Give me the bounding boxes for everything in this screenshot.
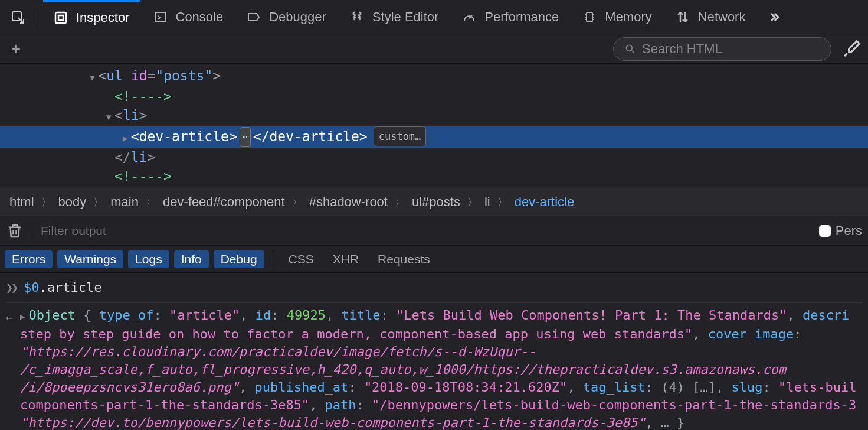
tab-label: Memory <box>605 9 651 25</box>
dom-tree[interactable]: ▼<ul id="posts"> <!----> ▼<li> ▶<dev-art… <box>0 64 868 188</box>
console-filter-chips: Errors Warnings Logs Info Debug CSS XHR … <box>0 246 868 273</box>
overflow-icon[interactable] <box>761 4 787 30</box>
persist-label: Pers <box>836 223 862 239</box>
custom-element-badge[interactable]: custom… <box>374 126 427 146</box>
search-html-input[interactable]: Search HTML <box>613 37 831 61</box>
chip-logs[interactable]: Logs <box>128 250 169 268</box>
svg-point-5 <box>626 45 632 51</box>
tab-label: Style Editor <box>372 9 439 25</box>
svg-rect-4 <box>587 12 592 22</box>
search-icon <box>624 43 636 55</box>
checkbox-icon <box>819 225 831 237</box>
prompt-prop: .article <box>40 280 102 295</box>
svg-rect-2 <box>58 15 63 20</box>
chip-errors[interactable]: Errors <box>5 250 53 268</box>
dom-node-selected[interactable]: ▶<dev-article>⋯</dev-article>custom… <box>0 126 868 148</box>
tab-styleeditor[interactable]: Style Editor <box>339 0 450 34</box>
pick-element-icon[interactable] <box>5 4 31 30</box>
crumb[interactable]: main <box>107 194 142 210</box>
console-response[interactable]: ← ▶Object { type_of: "article", id: 4992… <box>6 302 862 430</box>
console-output: ❯❯ $0.article ← ▶Object { type_of: "arti… <box>0 273 868 430</box>
clear-console-icon[interactable] <box>6 222 24 240</box>
chip-warnings[interactable]: Warnings <box>57 250 123 268</box>
tab-label: Performance <box>484 9 559 25</box>
tab-debugger[interactable]: Debugger <box>236 0 337 34</box>
crumb[interactable]: body <box>55 194 90 210</box>
tab-network[interactable]: Network <box>665 0 756 34</box>
chip-css[interactable]: CSS <box>281 250 321 268</box>
search-placeholder: Search HTML <box>642 41 722 57</box>
dom-node[interactable]: <!----> <box>0 87 868 106</box>
dom-node[interactable]: ▼<ul id="posts"> <box>0 66 868 87</box>
devtools-tabstrip: Inspector Console Debugger Style Editor … <box>0 0 868 34</box>
separator <box>37 6 37 28</box>
svg-rect-1 <box>55 12 66 23</box>
tab-memory[interactable]: Memory <box>572 0 662 34</box>
separator <box>273 251 273 268</box>
chip-requests[interactable]: Requests <box>371 250 437 268</box>
crumb[interactable]: dev-feed#component <box>159 194 289 210</box>
add-node-button[interactable]: + <box>6 39 26 59</box>
inspector-toolbar: + Search HTML <box>0 34 868 64</box>
chip-debug[interactable]: Debug <box>214 250 264 268</box>
expand-caret-icon[interactable]: ▶ <box>20 312 25 321</box>
tab-inspector[interactable]: Inspector <box>43 0 140 34</box>
prompt-var: $0 <box>24 280 40 295</box>
filter-output-input[interactable] <box>41 224 811 238</box>
dom-node[interactable]: <!----> <box>0 167 868 185</box>
crumb[interactable]: li <box>481 194 494 210</box>
dom-node[interactable]: ▼<li> <box>0 185 868 188</box>
eyedropper-icon[interactable] <box>841 38 862 60</box>
tab-performance[interactable]: Performance <box>451 0 569 34</box>
tab-label: Inspector <box>76 10 130 25</box>
console-toolbar: Pers <box>0 216 868 246</box>
dom-node[interactable]: ▼<li> <box>0 106 868 126</box>
tab-label: Console <box>176 9 224 25</box>
separator <box>32 222 32 240</box>
object-class: Object <box>28 308 75 322</box>
chip-xhr[interactable]: XHR <box>326 250 366 268</box>
tab-label: Debugger <box>269 9 326 25</box>
dom-node[interactable]: </li> <box>0 148 868 167</box>
crumb[interactable]: #shadow-root <box>306 194 391 210</box>
tab-console[interactable]: Console <box>143 0 234 34</box>
crumb-active[interactable]: dev-article <box>511 194 578 210</box>
breadcrumbs: html〉 body〉 main〉 dev-feed#component〉 #s… <box>0 188 868 216</box>
crumb[interactable]: ul#posts <box>408 194 464 210</box>
prompt-icon: ❯❯ <box>6 279 17 297</box>
svg-rect-3 <box>155 12 166 22</box>
crumb[interactable]: html <box>6 194 38 210</box>
chip-info[interactable]: Info <box>174 250 209 268</box>
console-input-line[interactable]: ❯❯ $0.article <box>6 276 862 302</box>
ellipsis-badge[interactable]: ⋯ <box>240 127 251 147</box>
persist-logs-toggle[interactable]: Pers <box>819 223 862 239</box>
tab-label: Network <box>698 9 746 25</box>
return-arrow-icon: ← <box>6 307 13 326</box>
